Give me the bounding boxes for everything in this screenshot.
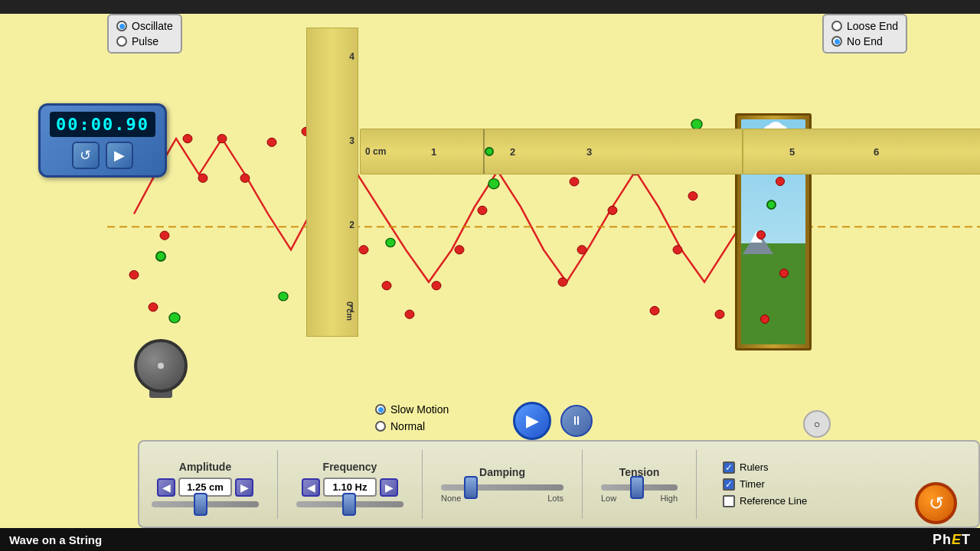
oscillator-tip-dot — [155, 251, 166, 262]
svg-point-12 — [240, 174, 250, 182]
app-title: Wave on a String — [9, 533, 102, 546]
damping-min-label: None — [441, 494, 461, 503]
oscillate-radio[interactable] — [116, 21, 127, 31]
timer-cb-label: Timer — [740, 478, 765, 490]
damping-slider-track[interactable] — [441, 484, 564, 491]
rulers-checkbox-item[interactable]: ✓ Rulers — [723, 461, 807, 474]
svg-point-20 — [405, 310, 414, 318]
svg-point-10 — [129, 271, 139, 279]
top-bar — [0, 0, 980, 14]
no-end-option[interactable]: No End — [831, 35, 898, 47]
svg-point-23 — [478, 206, 487, 214]
oscillate-label: Oscillate — [132, 20, 173, 32]
motion-speed-panel: Slow Motion Normal — [375, 403, 449, 432]
amplitude-slider-thumb[interactable] — [194, 493, 207, 516]
amplitude-label: Amplitude — [179, 461, 231, 473]
rulers-label: Rulers — [740, 461, 769, 473]
svg-point-0 — [169, 313, 180, 323]
svg-point-8 — [198, 174, 207, 182]
title-bar: Wave on a String PhET — [0, 528, 980, 551]
horizontal-ruler[interactable]: 0 cm 1 2 3 — [360, 129, 743, 174]
timer-play-button[interactable]: ▶ — [106, 142, 133, 169]
bottom-control-panel: Amplitude ◀ 1.25 cm ▶ Frequency ◀ 1.10 H… — [138, 440, 980, 528]
pulse-radio[interactable] — [116, 36, 127, 47]
reset-button[interactable]: ↺ — [915, 482, 957, 524]
tension-min-label: Low — [601, 494, 616, 503]
timer-checkbox[interactable]: ✓ — [723, 478, 735, 491]
scroll-knob[interactable]: ○ — [803, 410, 831, 438]
knob-indicator — [158, 363, 164, 369]
pause-button[interactable]: ⏸ — [560, 405, 593, 437]
h-ruler-extended: 5 6 — [743, 129, 980, 174]
frequency-slider-track[interactable] — [296, 501, 403, 507]
loose-end-radio[interactable] — [831, 21, 842, 31]
svg-point-6 — [183, 135, 192, 143]
reference-line-label: Reference Line — [740, 495, 807, 507]
reference-line-checkbox[interactable] — [723, 495, 735, 507]
damping-slider-thumb[interactable] — [464, 476, 478, 499]
svg-point-2 — [386, 238, 395, 246]
sep2 — [422, 450, 423, 519]
pulse-option[interactable]: Pulse — [116, 35, 173, 47]
damping-label: Damping — [479, 466, 525, 478]
svg-point-22 — [455, 246, 464, 254]
no-end-label: No End — [847, 35, 883, 47]
vertical-ruler[interactable]: 4 3 2 1 0 cm — [306, 28, 358, 337]
end-panel: Loose End No End — [822, 14, 907, 54]
frequency-label: Frequency — [323, 461, 377, 473]
reference-line-checkbox-item[interactable]: Reference Line — [723, 495, 807, 507]
svg-point-35 — [650, 306, 659, 315]
oscillator — [134, 339, 188, 398]
svg-point-11 — [149, 303, 158, 311]
tension-slider-track[interactable] — [601, 484, 678, 491]
rulers-checkbox[interactable]: ✓ — [723, 461, 735, 474]
damping-max-label: Lots — [547, 494, 564, 503]
v-ruler-label-2: 2 — [349, 220, 354, 230]
mode-panel: Oscillate Pulse — [107, 14, 182, 54]
v-ruler-label-0: 0 cm — [345, 302, 354, 321]
oscillate-option[interactable]: Oscillate — [116, 20, 173, 32]
checkboxes-panel: ✓ Rulers ✓ Timer Reference Line — [723, 461, 807, 507]
slow-motion-option[interactable]: Slow Motion — [375, 403, 449, 416]
svg-point-29 — [558, 278, 567, 286]
amplitude-slider-track[interactable] — [152, 501, 259, 507]
v-ruler-label-3: 3 — [349, 135, 354, 146]
svg-point-28 — [577, 246, 586, 254]
frequency-inc-button[interactable]: ▶ — [380, 478, 398, 497]
cursor-line — [483, 129, 485, 174]
play-button[interactable]: ▶ — [513, 402, 551, 440]
svg-point-13 — [267, 138, 276, 146]
timer-checkbox-item[interactable]: ✓ Timer — [723, 478, 807, 491]
amplitude-slider-container — [152, 501, 259, 507]
normal-speed-option[interactable]: Normal — [375, 420, 449, 432]
sep1 — [277, 450, 278, 519]
loose-end-option[interactable]: Loose End — [831, 20, 898, 32]
amplitude-dec-button[interactable]: ◀ — [157, 478, 175, 497]
slow-motion-radio[interactable] — [375, 404, 386, 415]
no-end-radio[interactable] — [831, 36, 842, 47]
normal-speed-radio[interactable] — [375, 421, 386, 432]
svg-point-18 — [359, 246, 368, 254]
oscillator-knob[interactable] — [134, 339, 188, 393]
svg-point-34 — [673, 246, 682, 254]
svg-point-21 — [432, 282, 441, 290]
frequency-slider-thumb[interactable] — [342, 493, 356, 516]
normal-speed-label: Normal — [390, 420, 425, 432]
timer-box: 00:00.90 ↺ ▶ — [38, 103, 167, 178]
svg-point-7 — [217, 135, 227, 143]
amplitude-inc-button[interactable]: ▶ — [235, 478, 253, 497]
frequency-dec-button[interactable]: ◀ — [302, 478, 320, 497]
playback-controls: ▶ ⏸ — [513, 402, 593, 440]
tension-max-label: High — [660, 494, 678, 503]
svg-point-19 — [382, 282, 391, 290]
timer-display: 00:00.90 — [50, 112, 155, 137]
v-ruler-label-4: 4 — [349, 51, 354, 62]
ruler-green-dot — [485, 147, 494, 156]
loose-end-label: Loose End — [847, 20, 898, 32]
sep4 — [696, 450, 697, 519]
tension-slider-thumb[interactable] — [630, 476, 644, 499]
phet-logo: PhET — [933, 532, 971, 548]
timer-reset-button[interactable]: ↺ — [72, 142, 100, 169]
svg-point-9 — [160, 231, 169, 240]
slow-motion-label: Slow Motion — [390, 403, 449, 416]
